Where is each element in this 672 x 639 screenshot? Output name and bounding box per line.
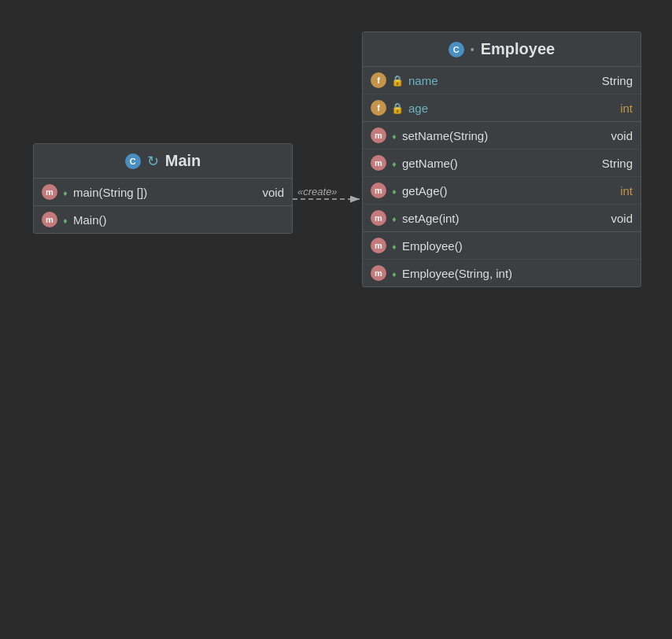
main-method-type: void bbox=[262, 186, 284, 199]
main-method-name: main(String []) bbox=[73, 186, 257, 199]
field-age-type: int bbox=[620, 102, 633, 115]
method-getname-label: getName() bbox=[402, 157, 597, 170]
method-getage-label: getAge() bbox=[402, 184, 615, 198]
employee-constructor-params: m ⬧ Employee(String, int) bbox=[363, 260, 641, 286]
main-methods-section: m ⬧ main(String []) void bbox=[34, 179, 292, 206]
method-shield-setage: ⬧ bbox=[391, 212, 397, 224]
main-m-icon: m bbox=[42, 184, 57, 200]
employee-class-icon: C bbox=[449, 42, 464, 57]
field-name-type: String bbox=[602, 74, 633, 87]
ctor-shield-params: ⬧ bbox=[391, 268, 397, 279]
ctor-m-icon-params: m bbox=[371, 265, 386, 281]
method-m-icon-setname: m bbox=[371, 127, 386, 143]
employee-class-header: C • Employee bbox=[363, 32, 641, 67]
method-setage-type: void bbox=[611, 212, 633, 225]
field-lock-icon-name: 🔒 bbox=[391, 75, 404, 87]
main-class-icon: C bbox=[125, 153, 141, 169]
main-class-extra-icon: ↻ bbox=[147, 153, 159, 170]
employee-method-getage: m ⬧ getAge() int bbox=[363, 177, 641, 205]
main-shield-icon: ⬧ bbox=[62, 187, 68, 198]
main-class-header: C ↻ Main bbox=[34, 144, 292, 179]
method-shield-getage: ⬧ bbox=[391, 185, 397, 197]
main-class-title: Main bbox=[165, 152, 201, 170]
ctor-shield-default: ⬧ bbox=[391, 240, 397, 252]
main-class-box: C ↻ Main m ⬧ main(String []) void m ⬧ Ma… bbox=[33, 143, 293, 234]
method-shield-setname: ⬧ bbox=[391, 130, 397, 142]
main-constructor-name: Main() bbox=[73, 213, 279, 227]
main-constructors-section: m ⬧ Main() bbox=[34, 206, 292, 233]
method-setname-type: void bbox=[611, 129, 633, 142]
method-setage-label: setAge(int) bbox=[402, 212, 606, 225]
field-lock-icon-age: 🔒 bbox=[391, 102, 404, 114]
method-setname-label: setName(String) bbox=[402, 129, 606, 142]
ctor-default-label: Employee() bbox=[402, 239, 628, 253]
field-f-icon-name: f bbox=[371, 72, 386, 88]
method-m-icon-setage: m bbox=[371, 210, 386, 226]
main-method-main: m ⬧ main(String []) void bbox=[34, 179, 292, 205]
employee-field-name: f 🔒 name String bbox=[363, 67, 641, 94]
main-constructor-row: m ⬧ Main() bbox=[34, 206, 292, 233]
main-constructor-m-icon: m bbox=[42, 212, 57, 227]
method-shield-getname: ⬧ bbox=[391, 157, 397, 169]
employee-constructor-default: m ⬧ Employee() bbox=[363, 232, 641, 260]
employee-method-setage: m ⬧ setAge(int) void bbox=[363, 205, 641, 231]
method-m-icon-getage: m bbox=[371, 183, 386, 198]
employee-method-setname: m ⬧ setName(String) void bbox=[363, 122, 641, 150]
field-age-label: age bbox=[408, 102, 615, 115]
employee-dot-icon: • bbox=[471, 43, 474, 56]
diagram-container: «create» C ↻ Main m ⬧ main(String []) vo… bbox=[0, 0, 672, 639]
employee-field-age: f 🔒 age int bbox=[363, 94, 641, 121]
employee-method-getname: m ⬧ getName() String bbox=[363, 150, 641, 177]
employee-fields-section: f 🔒 name String f 🔒 age int bbox=[363, 67, 641, 122]
employee-methods-section: m ⬧ setName(String) void m ⬧ getName() S… bbox=[363, 122, 641, 232]
employee-constructors-section: m ⬧ Employee() m ⬧ Employee(String, int) bbox=[363, 232, 641, 286]
relation-label: «create» bbox=[297, 186, 338, 198]
ctor-m-icon-default: m bbox=[371, 238, 386, 253]
employee-class-box: C • Employee f 🔒 name String f 🔒 age int bbox=[362, 31, 641, 287]
ctor-params-label: Employee(String, int) bbox=[402, 267, 628, 280]
field-name-label: name bbox=[408, 74, 597, 87]
method-getage-type: int bbox=[620, 184, 633, 198]
field-f-icon-age: f bbox=[371, 100, 386, 116]
employee-class-title: Employee bbox=[481, 40, 555, 58]
method-getname-type: String bbox=[602, 157, 633, 170]
main-constructor-shield-icon: ⬧ bbox=[62, 214, 68, 226]
method-m-icon-getname: m bbox=[371, 155, 386, 171]
